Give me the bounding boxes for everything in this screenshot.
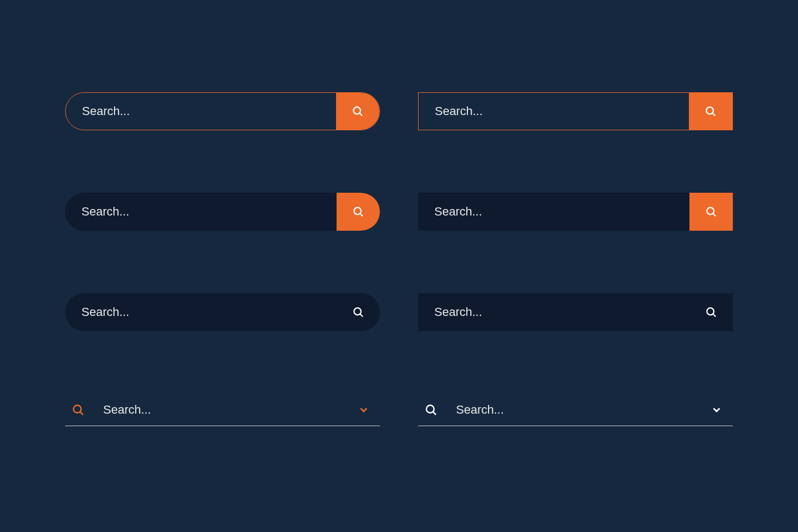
svg-point-4 bbox=[354, 207, 361, 214]
svg-line-5 bbox=[360, 213, 363, 216]
search-icon bbox=[72, 403, 85, 416]
search-input[interactable] bbox=[92, 394, 347, 426]
search-icon bbox=[352, 306, 364, 318]
svg-point-0 bbox=[353, 107, 360, 114]
svg-line-3 bbox=[712, 113, 715, 116]
svg-line-1 bbox=[359, 113, 362, 116]
search-bar-rect-filled-plain bbox=[418, 293, 733, 331]
svg-point-14 bbox=[427, 405, 434, 413]
search-bar-pill-filled-plain bbox=[65, 293, 380, 331]
search-icon bbox=[425, 403, 438, 416]
search-icon-leading[interactable] bbox=[418, 403, 445, 416]
search-input[interactable] bbox=[418, 193, 689, 231]
svg-point-6 bbox=[707, 207, 714, 214]
search-input[interactable] bbox=[419, 93, 689, 130]
chevron-down-icon bbox=[711, 404, 723, 416]
search-icon bbox=[352, 105, 364, 117]
svg-point-8 bbox=[354, 308, 361, 315]
search-bar-rect-filled-orange-btn bbox=[418, 193, 733, 231]
svg-point-10 bbox=[707, 308, 714, 315]
search-bar-underline-orange bbox=[65, 394, 380, 426]
svg-line-9 bbox=[360, 314, 363, 316]
search-button[interactable] bbox=[689, 193, 733, 231]
search-icon bbox=[705, 206, 717, 218]
search-bar-pill-outline bbox=[65, 92, 380, 130]
search-input[interactable] bbox=[65, 193, 337, 231]
search-input[interactable] bbox=[65, 293, 337, 331]
search-bar-underline-white bbox=[418, 394, 733, 426]
search-button[interactable] bbox=[689, 93, 732, 130]
svg-point-12 bbox=[74, 405, 81, 413]
svg-line-7 bbox=[713, 213, 715, 216]
search-button[interactable] bbox=[337, 293, 380, 331]
search-button[interactable] bbox=[337, 193, 380, 231]
search-button[interactable] bbox=[336, 93, 379, 130]
svg-line-11 bbox=[713, 314, 715, 316]
search-input[interactable] bbox=[418, 293, 689, 331]
search-icon-leading[interactable] bbox=[65, 403, 92, 416]
svg-line-15 bbox=[433, 411, 436, 414]
search-icon bbox=[705, 105, 717, 117]
dropdown-toggle[interactable] bbox=[700, 404, 733, 416]
search-bar-rect-outline bbox=[418, 92, 733, 130]
search-icon bbox=[352, 206, 364, 218]
search-bar-pill-filled-orange-btn bbox=[65, 193, 380, 231]
dropdown-toggle[interactable] bbox=[347, 404, 380, 416]
chevron-down-icon bbox=[358, 404, 370, 416]
search-input[interactable] bbox=[445, 394, 700, 426]
search-icon bbox=[705, 306, 717, 318]
search-input[interactable] bbox=[66, 93, 336, 130]
svg-line-13 bbox=[80, 411, 83, 414]
search-button[interactable] bbox=[689, 293, 733, 331]
svg-point-2 bbox=[706, 107, 713, 114]
